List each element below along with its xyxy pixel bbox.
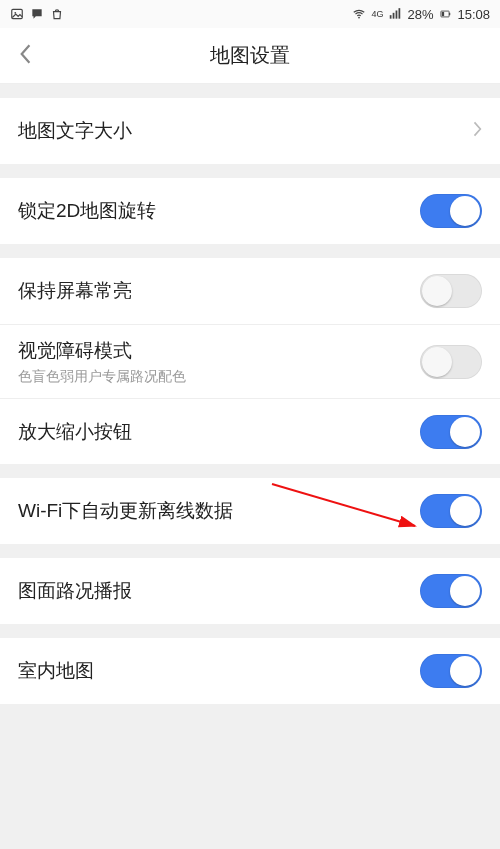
chat-icon (30, 7, 44, 21)
svg-rect-6 (399, 8, 401, 19)
row-indoor: 室内地图 (0, 638, 500, 704)
row-label: 保持屏幕常亮 (18, 278, 132, 304)
row-label: 锁定2D地图旋转 (18, 198, 156, 224)
status-left (10, 7, 64, 21)
header: 地图设置 (0, 28, 500, 84)
row-sublabel: 色盲色弱用户专属路况配色 (18, 368, 186, 386)
row-label: 放大缩小按钮 (18, 419, 132, 445)
chevron-left-icon (18, 43, 32, 69)
row-colorblind: 视觉障碍模式 色盲色弱用户专属路况配色 (0, 324, 500, 398)
svg-rect-9 (442, 12, 444, 16)
toggle-indoor[interactable] (420, 654, 482, 688)
row-zoom-btn: 放大缩小按钮 (0, 398, 500, 464)
network-label: 4G (371, 10, 383, 19)
svg-rect-4 (393, 13, 395, 19)
toggle-zoom-btn[interactable] (420, 415, 482, 449)
row-lock-2d: 锁定2D地图旋转 (0, 178, 500, 244)
gallery-icon (10, 7, 24, 21)
row-label: Wi-Fi下自动更新离线数据 (18, 498, 233, 524)
page-title: 地图设置 (0, 42, 500, 69)
wifi-icon (352, 7, 366, 21)
status-bar: 4G 28% 15:08 (0, 0, 500, 28)
status-right: 4G 28% 15:08 (352, 7, 490, 22)
row-label: 室内地图 (18, 658, 94, 684)
toggle-colorblind[interactable] (420, 345, 482, 379)
battery-pct: 28% (407, 7, 433, 22)
svg-rect-3 (390, 15, 392, 19)
clock: 15:08 (457, 7, 490, 22)
signal-icon (388, 7, 402, 21)
chevron-right-icon (472, 120, 482, 142)
row-label: 视觉障碍模式 (18, 338, 186, 364)
row-traffic-voice: 图面路况播报 (0, 558, 500, 624)
row-screen-on: 保持屏幕常亮 (0, 258, 500, 324)
row-wifi-update: Wi-Fi下自动更新离线数据 (0, 478, 500, 544)
svg-point-2 (359, 17, 361, 19)
svg-rect-5 (396, 11, 398, 19)
row-label: 图面路况播报 (18, 578, 132, 604)
back-button[interactable] (0, 28, 50, 84)
battery-icon (438, 7, 452, 21)
svg-rect-8 (450, 13, 451, 15)
row-text-size[interactable]: 地图文字大小 (0, 98, 500, 164)
toggle-traffic-voice[interactable] (420, 574, 482, 608)
bag-icon (50, 7, 64, 21)
toggle-screen-on[interactable] (420, 274, 482, 308)
row-label: 地图文字大小 (18, 118, 132, 144)
toggle-wifi-update[interactable] (420, 494, 482, 528)
toggle-lock-2d[interactable] (420, 194, 482, 228)
